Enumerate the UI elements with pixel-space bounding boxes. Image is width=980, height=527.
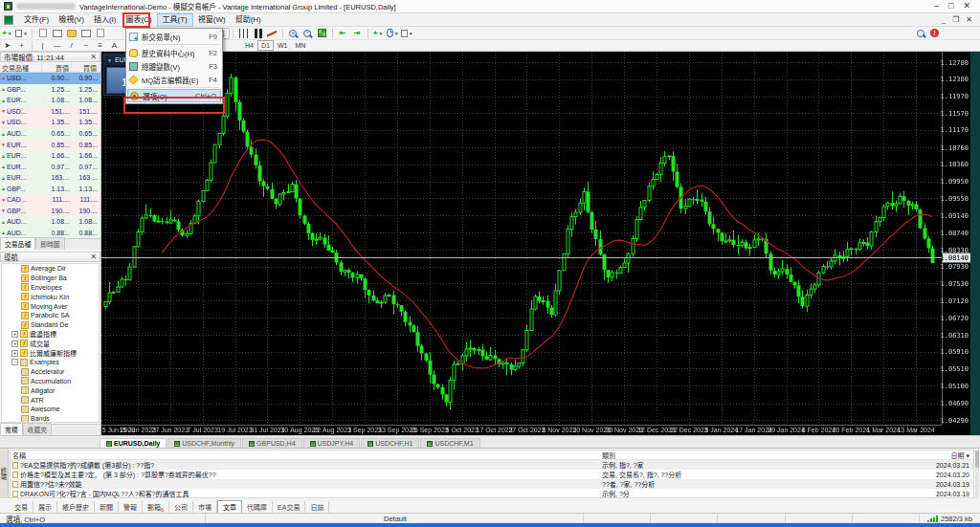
expand-icon[interactable]: -	[11, 359, 18, 365]
tile-windows-icon[interactable]	[315, 28, 329, 39]
profiles-button[interactable]: ▼	[14, 28, 29, 39]
bar-chart-icon[interactable]	[236, 28, 251, 39]
terminal-col-2[interactable]: 日期 ▾	[918, 450, 973, 459]
terminal-tab-新聞[interactable]: 新聞	[95, 501, 119, 513]
market-watch-row[interactable]: ▲GBP...1.25...1.25...	[0, 84, 100, 96]
navigator-item[interactable]: Bands	[2, 414, 99, 423]
navigator-item[interactable]: +f震盪指標	[2, 330, 99, 340]
article-row[interactable]: DRAKON可?化?程?言 - 国内MQL??人?和客?的通信工具示例, ?分2…	[11, 489, 973, 498]
zoom-out-icon[interactable]: −	[301, 28, 315, 39]
navigator-item[interactable]: fAverage Dir	[2, 264, 99, 274]
fibonacci-tool-icon[interactable]: ≡	[93, 40, 107, 52]
tools-menu-item-歷史資料中心(H)[interactable]: 歷史資料中心(H)F2	[127, 46, 221, 59]
text-tool-icon[interactable]: A	[107, 40, 122, 52]
indicators-button[interactable]: +▼	[371, 28, 386, 39]
market-watch-row[interactable]: ▼EUR...0.85...0.85...	[0, 139, 100, 150]
menu-工具(T)[interactable]: 工具(T)	[157, 13, 193, 27]
navigator-tab-收藏夾[interactable]: 收藏夾	[23, 423, 52, 435]
close-button[interactable]: ✕	[963, 2, 970, 11]
line-chart-icon[interactable]	[265, 28, 279, 39]
navigator-item[interactable]: ATR	[2, 395, 99, 405]
templates-button[interactable]: ▼	[400, 28, 414, 39]
chart-tab-USDCHF,Monthly[interactable]: USDCHF,Monthly	[167, 438, 241, 448]
menu-文件(F)[interactable]: 文件(F)	[19, 13, 54, 27]
terminal-tab-帳戶歷史[interactable]: 帳戶歷史	[57, 501, 95, 513]
trendline-tool-icon[interactable]: /	[64, 40, 78, 52]
article-row[interactable]: 价格走?模型及其主要?定。 (第 3 部分) : ?算股票?券城弈的最优??交易…	[11, 470, 973, 479]
terminal-tab-交易[interactable]: 交易	[10, 501, 33, 513]
channel-tool-icon[interactable]: ~	[78, 40, 93, 52]
search-icon[interactable]	[913, 28, 927, 39]
chart-tab-USDJPY,H4[interactable]: USDJPY,H4	[303, 438, 361, 448]
terminal-tab-日誌[interactable]: 日誌	[305, 501, 329, 513]
terminal-tab-EA交易[interactable]: EA交易	[273, 501, 305, 513]
terminal-scrollbar[interactable]	[975, 450, 979, 498]
periods-button[interactable]: ▼	[386, 28, 400, 39]
market-watch-row[interactable]: ▲EUR...1.66...1.66...	[0, 150, 100, 162]
child-close-button[interactable]: ✕	[966, 15, 972, 24]
market-watch-tab-交易品種[interactable]: 交易品種	[0, 237, 35, 250]
terminal-tab-警報[interactable]: 警報	[119, 501, 143, 513]
terminal-tab-市場[interactable]: 市場	[193, 501, 217, 513]
tools-menu-item-選項(O)[interactable]: 選項(O)Ctrl+O	[127, 89, 221, 102]
market-watch-row[interactable]: ▼CAD...111....111....	[0, 194, 100, 206]
tester-toggle-icon[interactable]	[93, 28, 107, 39]
market-watch-row[interactable]: ▲GBP...1.13...1.13...	[0, 183, 100, 194]
child-minimize-button[interactable]: _	[942, 15, 946, 24]
collapse-caret-icon[interactable]: ▼	[107, 57, 112, 63]
menu-檢視(V)[interactable]: 檢視(V)	[54, 13, 89, 27]
menu-插入(I)[interactable]: 插入(I)	[89, 13, 122, 27]
maximize-button[interactable]: □	[948, 2, 953, 11]
navigator-item[interactable]: Accumulation	[2, 377, 99, 386]
timeframe-W1[interactable]: W1	[274, 40, 292, 51]
notification-icon[interactable]: !	[927, 28, 942, 39]
terminal-tab-郵箱[interactable]: 郵箱6	[143, 501, 169, 513]
market-watch-row[interactable]: ▲EUR...1.08...1.08...	[0, 95, 100, 106]
navigator-item[interactable]: Alligator	[2, 385, 99, 395]
expand-icon[interactable]: +	[11, 340, 18, 347]
navigator-close-icon[interactable]: ✕	[90, 253, 97, 261]
terminal-col-0[interactable]: 名稱	[11, 450, 602, 459]
terminal-tab-文章[interactable]: 文章	[217, 500, 242, 513]
auto-scroll-icon[interactable]: ⇤	[336, 28, 350, 39]
market-watch-toggle-icon[interactable]	[35, 28, 50, 39]
market-watch-row[interactable]: ▲EUR...0.97...0.97...	[0, 161, 100, 172]
market-watch-row[interactable]: ▼USD...0.90...0.90...	[0, 73, 100, 84]
market-watch-row[interactable]: ▼USD...151....151....	[0, 106, 100, 118]
market-watch-tab-即時圖[interactable]: 即時圖	[35, 237, 64, 250]
navigator-item[interactable]: fBollinger Ba	[2, 274, 99, 283]
expand-icon[interactable]: +	[11, 350, 18, 357]
navigator-item[interactable]: Accelerator	[2, 367, 99, 377]
market-watch-row[interactable]: ▲AUD...1.08...1.08...	[0, 216, 100, 228]
horizontal-line-tool-icon[interactable]: —	[50, 40, 64, 52]
article-row[interactable]: 用置信??估?未?效能??者, ?家, ??分析2024.03.19	[11, 479, 973, 489]
market-watch-row[interactable]: ▲AUD...0.65...0.65...	[0, 128, 100, 140]
tools-menu-item-總體變數(V)[interactable]: 總體變數(V)F3	[127, 59, 221, 73]
article-row[interactable]: ?EA交易提供指?的?成績散 (第3部分) : ??指?示例, 指?, ?家20…	[11, 460, 973, 470]
candlestick-chart-icon[interactable]	[251, 28, 265, 39]
navigator-item[interactable]: fIchimoku Kin	[2, 292, 99, 301]
timeframe-D1[interactable]: D1	[257, 40, 274, 51]
expand-icon[interactable]: +	[11, 331, 18, 338]
price-chart-canvas[interactable]	[101, 52, 970, 435]
navigator-item[interactable]: fMoving Aver	[2, 301, 99, 311]
terminal-vertical-tab[interactable]: 終端	[0, 449, 9, 498]
timeframe-MN[interactable]: MN	[291, 40, 309, 51]
crosshair-tool-icon[interactable]: +	[14, 40, 29, 52]
child-restore-button[interactable]: ❐	[952, 15, 959, 24]
navigator-item[interactable]: -Examples	[2, 358, 99, 367]
timeframe-H4[interactable]: H4	[241, 40, 257, 51]
navigator-toggle-icon[interactable]	[64, 28, 78, 39]
new-chart-button[interactable]: +▼	[0, 28, 14, 39]
zoom-in-icon[interactable]: +	[286, 28, 301, 39]
minimize-button[interactable]: –	[934, 2, 939, 11]
navigator-tab-常規[interactable]: 常規	[0, 423, 23, 435]
market-watch-row[interactable]: ▼GBP...190....190....	[0, 206, 100, 217]
tools-menu-item-MQ語言編輯器(E)[interactable]: MQ語言編輯器(E)F4	[127, 73, 221, 86]
data-window-toggle-icon[interactable]	[50, 28, 64, 39]
vertical-line-tool-icon[interactable]: |	[35, 40, 50, 52]
menu-視窗(W)[interactable]: 視窗(W)	[193, 13, 231, 27]
status-profile[interactable]: Default	[378, 514, 584, 524]
chart-tab-USDCHF,H1[interactable]: USDCHF,H1	[361, 438, 419, 448]
navigator-item[interactable]: +f成交量	[2, 339, 99, 348]
